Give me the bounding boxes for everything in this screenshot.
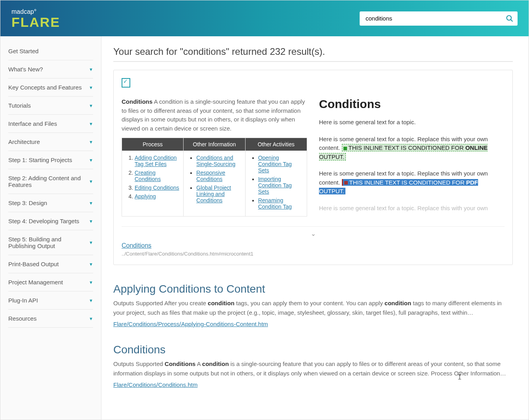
mini-table: Process Adding Condition Tag Set FilesCr… [122,138,307,217]
list-item: Applying [135,193,179,200]
sidebar-item-label: Interface and Files [8,120,57,127]
chevron-down-icon: ▼ [89,158,93,162]
online-condition-tag: THIS INLINE TEXT IS CONDITIONED FOR ONLI… [319,144,488,161]
chevron-down-icon: ▼ [89,67,93,72]
chevron-down-icon: ▼ [89,121,93,126]
result-snippet: Outputs Supported Conditions A condition… [113,359,513,378]
list-link[interactable]: Renaming Condition Tag [258,197,292,210]
chevron-down-icon: ▼ [89,280,93,285]
sidebar-item[interactable]: Step 1: Starting Projects▼ [8,151,93,169]
sidebar-item[interactable]: Architecture▼ [8,133,93,151]
list-link[interactable]: Responsive Conditions [196,170,225,182]
list-item: Global Project Linking and Conditions [196,185,241,203]
list-link[interactable]: Global Project Linking and Conditions [196,185,231,203]
result-title[interactable]: Conditions [113,343,513,356]
main-content: Your search for "conditions" returned 23… [101,36,529,420]
sidebar-item[interactable]: Step 4: Developing Targets▼ [8,212,93,230]
chevron-down-icon: ▼ [89,85,93,90]
conditions-desc: Conditions A condition is a single-sourc… [122,97,307,133]
list-item: Creating Conditions [135,170,179,182]
search-result: Applying Conditions to ContentOutputs Su… [113,283,513,328]
preview-p3: Here is some general text for a topic. R… [319,169,505,196]
preview-p2: Here is some general text for a topic. R… [319,135,505,162]
sidebar-item[interactable]: Step 5: Building and Publishing Output▼ [8,230,93,255]
result-path-link[interactable]: Flare/Conditions/Conditions.htm [113,381,197,388]
sidebar-item[interactable]: Tutorials▼ [8,97,93,115]
sidebar-item-label: Key Concepts and Features [8,84,82,91]
preview-p4: Here is some general text for a topic. R… [319,204,505,213]
chevron-down-icon: ▼ [89,240,93,245]
card-title-link[interactable]: Conditions [122,242,505,249]
list-link[interactable]: Creating Conditions [135,170,161,182]
chevron-down-icon: ▼ [89,316,93,321]
list-item: Renaming Condition Tag [258,197,303,210]
sidebar-item-label: Architecture [8,138,40,145]
pdf-condition-tag: THIS INLINE TEXT IS CONDITIONED FOR PDF … [319,179,478,195]
list-link[interactable]: Editing Conditions [135,185,179,191]
sidebar-item-label: Step 5: Building and Publishing Output [8,236,89,249]
conditions-icon [122,78,130,88]
chevron-down-icon: ▼ [89,298,93,303]
expand-toggle[interactable]: ⌄ [122,226,505,237]
sidebar-item-label: Tutorials [8,102,31,109]
sidebar-item-label: Project Management [8,279,63,286]
svg-point-0 [507,15,512,20]
search-input[interactable] [360,11,518,26]
svg-line-1 [511,19,513,21]
col-info-head: Other Information [184,138,245,151]
sidebar-item-label: Step 3: Design [8,200,47,206]
sidebar-item-label: Get Started [8,48,39,54]
header-bar: madcap° FLARE [0,0,529,36]
sidebar-item[interactable]: Key Concepts and Features▼ [8,78,93,97]
sidebar-item-label: Step 4: Developing Targets [8,218,79,224]
sidebar-item[interactable]: Resources▼ [8,310,93,328]
list-item: Opening Condition Tag Sets [258,155,303,174]
sidebar-item[interactable]: Interface and Files▼ [8,115,93,133]
list-item: Responsive Conditions [196,170,241,182]
sidebar-item-label: Plug-In API [8,297,38,304]
list-item: Importing Condition Tag Sets [258,176,303,195]
brand-bottom: FLARE [11,15,60,29]
sidebar-item[interactable]: Step 2: Adding Content and Features▼ [8,169,93,194]
sidebar-item-label: What's New? [8,66,43,73]
list-link[interactable]: Importing Condition Tag Sets [258,176,292,195]
list-link[interactable]: Opening Condition Tag Sets [258,155,292,174]
chevron-down-icon: ▼ [89,179,93,184]
col-process-head: Process [122,138,183,151]
featured-card: Conditions A condition is a single-sourc… [113,70,513,265]
sidebar-item-label: Resources [8,315,37,322]
list-link[interactable]: Applying [135,193,156,200]
sidebar-item[interactable]: Print-Based Output▼ [8,255,93,273]
search-wrap [360,11,518,26]
sidebar: Get StartedWhat's New?▼Key Concepts and … [0,36,101,420]
chevron-down-icon: ▼ [89,201,93,205]
sidebar-item-label: Step 1: Starting Projects [8,157,72,163]
result-path-link[interactable]: Flare/Conditions/Process/Applying-Condit… [113,321,268,327]
sidebar-item[interactable]: Get Started [8,42,93,60]
list-item: Adding Condition Tag Set Files [135,155,179,167]
sidebar-item[interactable]: What's New?▼ [8,60,93,78]
search-result: ConditionsOutputs Supported Conditions A… [113,343,513,388]
col-act-head: Other Activities [246,138,307,151]
preview-p1: Here is some general text for a topic. [319,118,505,127]
result-title[interactable]: Applying Conditions to Content [113,283,513,295]
chevron-down-icon: ▼ [89,103,93,108]
brand-top: madcap° [11,8,60,15]
sidebar-item-label: Step 2: Adding Content and Features [8,175,89,188]
result-snippet: Outputs Supported After you create condi… [113,299,513,317]
list-link[interactable]: Conditions and Single-Sourcing [196,155,235,167]
list-item: Conditions and Single-Sourcing [196,155,241,167]
chevron-down-icon: ▼ [89,262,93,267]
search-summary: Your search for "conditions" returned 23… [113,46,513,62]
preview-title: Conditions [319,97,505,111]
brand-logo[interactable]: madcap° FLARE [11,8,60,29]
chevron-down-icon: ▼ [89,140,93,144]
chevron-down-icon: ⌄ [311,230,316,237]
sidebar-item[interactable]: Plug-In API▼ [8,291,93,310]
sidebar-item[interactable]: Project Management▼ [8,273,93,291]
search-icon[interactable] [506,15,514,22]
topic-preview: Conditions Here is some general text for… [319,97,505,220]
sidebar-item-label: Print-Based Output [8,261,59,267]
sidebar-item[interactable]: Step 3: Design▼ [8,194,93,212]
list-link[interactable]: Adding Condition Tag Set Files [135,155,177,167]
